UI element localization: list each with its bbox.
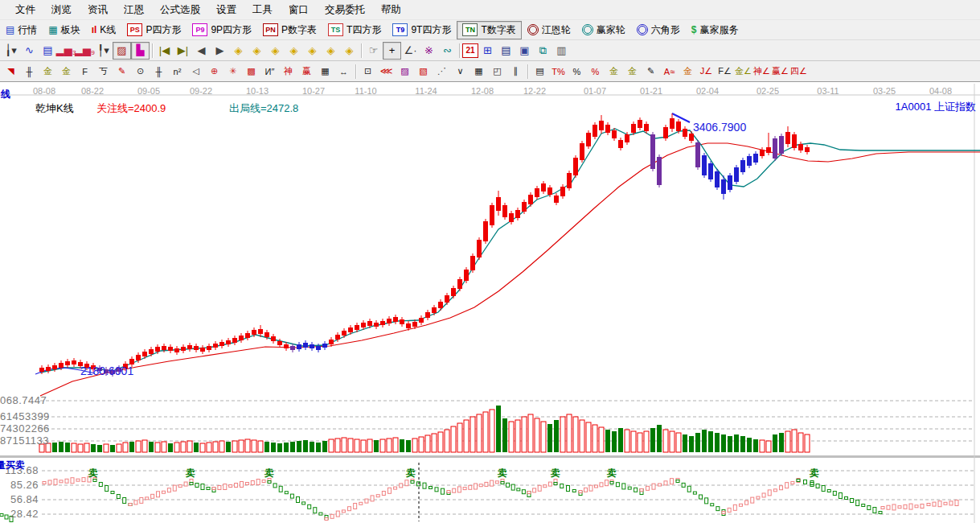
scale-icon[interactable]: ▤ — [531, 63, 549, 80]
si-angle-icon[interactable]: 四∠ — [789, 63, 808, 80]
diamond-up-icon[interactable]: ◈ — [266, 42, 285, 60]
angle-mark-icon[interactable]: И″ — [260, 63, 279, 80]
shen-angle-icon[interactable]: 神∠ — [752, 63, 771, 80]
gold-angle0-icon[interactable]: 金 — [679, 63, 697, 80]
histogram-icon[interactable]: ▙ — [131, 42, 150, 60]
menu-1[interactable]: 浏览 — [44, 1, 79, 19]
percent-icon[interactable]: % — [568, 63, 586, 80]
calculator-icon[interactable]: ⊞ — [478, 42, 497, 60]
9T四方形-button[interactable]: T99T四方形 — [387, 21, 457, 39]
f-angle-icon[interactable]: F∠ — [716, 63, 734, 80]
fibonacci-icon[interactable]: F — [76, 63, 94, 80]
gold-line-icon[interactable]: 金 — [39, 63, 57, 80]
web-grid-icon[interactable]: ▩ — [242, 63, 260, 80]
mirror-icon[interactable]: ◁ — [187, 63, 205, 80]
menu-7[interactable]: 窗口 — [281, 1, 316, 19]
menu-2[interactable]: 资讯 — [80, 1, 115, 19]
pan-hand-icon[interactable]: ☞ — [364, 42, 383, 60]
chart-canvas[interactable]: 卖卖卖卖卖卖卖卖 — [0, 84, 980, 523]
diamond-right-icon[interactable]: ◈ — [248, 42, 266, 60]
行情-button[interactable]: ▤行情 — [0, 21, 43, 39]
candle-style-dropdown[interactable]: ╽▾ — [2, 42, 20, 60]
K线-button[interactable]: ılK线 — [86, 21, 122, 39]
notes-icon[interactable]: ▤ — [497, 42, 515, 60]
gann-charm-icon[interactable]: ※ — [420, 42, 438, 60]
cut-tool-icon[interactable]: ◥ — [2, 63, 20, 80]
crosshair-icon[interactable]: + — [383, 42, 401, 60]
P数字表-button[interactable]: PNP数字表 — [257, 21, 322, 39]
P四方形-button[interactable]: PSP四方形 — [121, 21, 187, 39]
menu-9[interactable]: 帮助 — [374, 1, 408, 19]
板块-button[interactable]: ▦板块 — [43, 21, 85, 39]
first-bar-icon[interactable]: |◀ — [155, 42, 174, 60]
volume-axis-label: 74302266 — [0, 422, 50, 434]
percent-lines-icon[interactable]: % — [586, 63, 605, 80]
diamond-cross-icon[interactable]: ◈ — [340, 42, 359, 60]
grid-lines2-icon[interactable]: ╫ — [150, 63, 168, 80]
width-measure-icon[interactable]: ↔ — [334, 63, 353, 80]
save-icon[interactable]: ▣ — [515, 42, 534, 60]
pattern-icon[interactable]: ▨ — [113, 42, 131, 60]
red-fan-icon[interactable]: ⋘ — [377, 63, 396, 80]
circle-ruler-icon[interactable]: ⊙ — [131, 63, 150, 80]
brush-icon[interactable]: ✎ — [113, 63, 131, 80]
trend-network-icon[interactable]: ∿ — [20, 42, 39, 60]
computer-icon[interactable]: ▥ — [552, 42, 571, 60]
赢家轮-button[interactable]: 赢家轮 — [576, 21, 631, 39]
ruler-brush-icon[interactable]: ✎ — [642, 63, 660, 80]
angle-measure-icon[interactable]: ∠· — [401, 42, 420, 60]
menu-4[interactable]: 公式选股 — [153, 1, 207, 19]
star-web-icon[interactable]: ✳ — [223, 63, 242, 80]
pane-vertical-tab[interactable]: 线 — [1, 88, 10, 101]
chart-9-icon[interactable]: ▂▅₉ — [76, 42, 94, 60]
indicator-name[interactable]: 量买卖 — [0, 459, 25, 472]
diamond-compress-icon[interactable]: ◈ — [322, 42, 340, 60]
j-angle-icon[interactable]: J∠ — [697, 63, 716, 80]
red-box-fan-icon[interactable]: ▧ — [414, 63, 433, 80]
grid-corner-icon[interactable]: ◰ — [488, 63, 506, 80]
gold-levels-icon[interactable]: 金 — [623, 63, 642, 80]
menu-5[interactable]: 设置 — [209, 1, 244, 19]
wave-brain-icon[interactable]: ∾ — [438, 42, 457, 60]
box-select-icon[interactable]: ⊡ — [359, 63, 377, 80]
zigzag-icon[interactable]: ∨ — [451, 63, 469, 80]
ying-tool-icon[interactable]: 赢 — [297, 63, 316, 80]
spiral-icon[interactable]: 丂 — [94, 63, 113, 80]
calendar-21-icon[interactable]: 21 — [462, 43, 478, 58]
t-percent-icon[interactable]: T% — [549, 63, 568, 80]
menu-0[interactable]: 文件 — [8, 1, 43, 19]
purple-fan-icon[interactable]: ▨ — [396, 63, 414, 80]
candle-type-dropdown[interactable]: ╿▾ — [94, 42, 113, 60]
menu-3[interactable]: 江恩 — [117, 1, 151, 19]
grid-box-icon[interactable]: ▦ — [469, 63, 488, 80]
shen-tool-icon[interactable]: 神 — [279, 63, 297, 80]
江恩轮-button[interactable]: 江恩轮 — [522, 21, 576, 39]
diamond-expand-icon[interactable]: ◈ — [303, 42, 322, 60]
pencil-fan-icon[interactable]: ⋰ — [433, 63, 451, 80]
gold-angle-icon[interactable]: 金∠ — [734, 63, 752, 80]
menu-8[interactable]: 交易委托 — [318, 1, 372, 19]
ruler-123-icon[interactable]: ▦ — [316, 63, 334, 80]
last-bar-icon[interactable]: ▶| — [174, 42, 192, 60]
chart-3-icon[interactable]: ▂▅₃ — [57, 42, 76, 60]
next-bar-icon[interactable]: ▶ — [211, 42, 229, 60]
T四方形-button[interactable]: TST四方形 — [322, 21, 387, 39]
9P四方形-button[interactable]: P99P四方形 — [187, 21, 257, 39]
n-square-icon[interactable]: n² — [168, 63, 187, 80]
target-icon[interactable]: ⊕ — [205, 63, 223, 80]
gold-circle-icon[interactable]: 金 — [605, 63, 623, 80]
parallel-lines-icon[interactable]: ∥ — [506, 63, 525, 80]
T数字表-button[interactable]: TNT数字表 — [457, 21, 521, 39]
net-computer-icon[interactable]: ⧉ — [534, 42, 552, 60]
diamond-left-icon[interactable]: ◈ — [229, 42, 248, 60]
gold-line2-icon[interactable]: 金 — [57, 63, 76, 80]
menu-6[interactable]: 工具 — [245, 1, 280, 19]
diamond-down-icon[interactable]: ◈ — [285, 42, 303, 60]
ying-angle-icon[interactable]: 赢∠ — [771, 63, 789, 80]
prev-bar-icon[interactable]: ◀ — [192, 42, 211, 60]
grid-lines-icon[interactable]: ╫ — [20, 63, 39, 80]
a-wave-icon[interactable]: A≈ — [660, 63, 679, 80]
report-icon[interactable]: ▤ — [39, 42, 57, 60]
赢家服务-button[interactable]: $赢家服务 — [686, 21, 744, 39]
六角形-button[interactable]: 六角形 — [631, 21, 686, 39]
